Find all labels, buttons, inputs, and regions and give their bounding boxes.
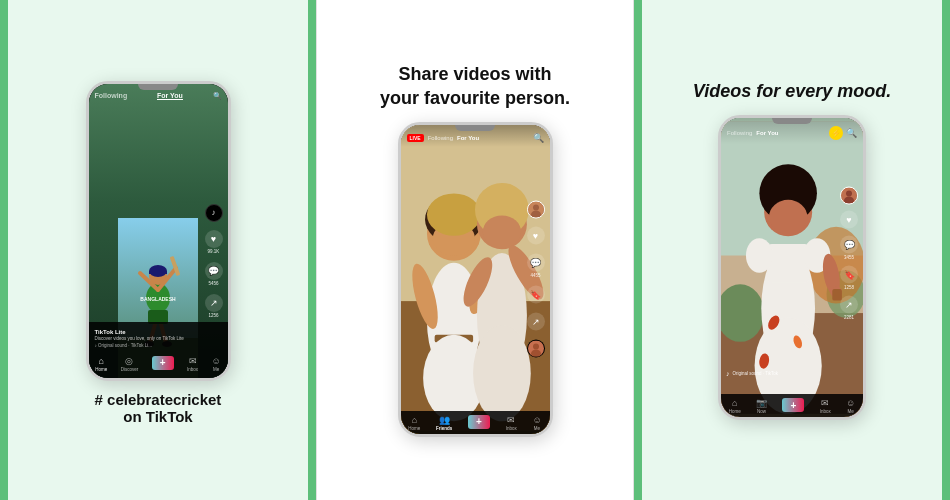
left-caption: # celebratecricketon TikTok xyxy=(95,391,222,425)
live-section: LIVE Following For You xyxy=(407,134,484,142)
following-tab-middle[interactable]: Following xyxy=(428,135,453,141)
tiktok-avatar-left: ♪ xyxy=(205,204,223,222)
middle-title: Share videos with your favourite person. xyxy=(380,63,570,110)
share-btn-middle[interactable]: ↗ xyxy=(527,313,545,332)
nav-plus-middle[interactable]: + xyxy=(468,415,490,431)
svg-point-38 xyxy=(533,344,539,350)
nav-inbox-middle[interactable]: ✉ Inbox xyxy=(506,415,517,431)
action-buttons-right: ♥ 💬 3455 🔖 1258 ↗ 228 xyxy=(840,186,858,319)
avatar-right-svg xyxy=(841,187,857,203)
nav-home-right[interactable]: ⌂ Home xyxy=(729,398,741,414)
mood-top-bar: Following For You ⚡ 🔍 xyxy=(721,118,863,144)
sound-bar-right: ♪ Original sound · TikTok xyxy=(726,370,838,377)
app-desc-left: Discover videos you love, only on TikTok… xyxy=(95,336,222,342)
cricket-background: Following For You 🔍 xyxy=(89,84,228,378)
nav-me-left[interactable]: ☺ Me xyxy=(212,356,221,372)
for-you-tab-right[interactable]: For You xyxy=(756,130,778,136)
search-icon-right[interactable]: 🔍 xyxy=(846,128,857,138)
cricket-top-bar: Following For You 🔍 xyxy=(89,84,228,104)
sound-text-right: Original sound · TikTok xyxy=(733,371,779,376)
like-button-left[interactable]: ♥ 99.1K xyxy=(205,230,223,254)
sound-left: ♪ Original sound · TikTok Li... xyxy=(95,343,222,349)
left-phone-screen: Following For You 🔍 xyxy=(89,84,228,378)
nav-discover-left[interactable]: ◎ Discover xyxy=(121,356,139,372)
garden-scene: Following For You ⚡ 🔍 xyxy=(721,118,863,417)
friends-nav-row: ⌂ Home 👥 Friends + ✉ xyxy=(401,415,550,431)
nav-friends-middle[interactable]: 👥 Friends xyxy=(436,415,452,431)
avatar-svg xyxy=(528,202,544,218)
following-tab-right[interactable]: Following xyxy=(727,130,752,136)
right-panel: Videos for every mood. xyxy=(634,0,950,500)
nav-inbox-left[interactable]: ✉ Inbox xyxy=(187,356,198,372)
svg-point-33 xyxy=(473,325,531,421)
bookmark-btn-middle[interactable]: 🔖 xyxy=(527,286,545,305)
middle-panel: Share videos with your favourite person. xyxy=(316,0,634,500)
nav-home-middle[interactable]: ⌂ Home xyxy=(408,415,420,431)
middle-title-line1: Share videos with xyxy=(398,64,551,84)
middle-title-line2: your favourite person. xyxy=(380,88,570,108)
search-icon-middle[interactable]: 🔍 xyxy=(533,133,544,143)
bookmark-btn-right[interactable]: 🔖 1258 xyxy=(840,265,858,289)
svg-point-35 xyxy=(533,205,539,211)
nav-inbox-right[interactable]: ✉ Inbox xyxy=(820,398,831,414)
avatar-middle xyxy=(527,201,545,219)
nav-plus-left[interactable]: + xyxy=(152,356,174,372)
right-panel-left-stripe xyxy=(634,0,642,500)
right-green-stripe xyxy=(942,0,950,500)
share-button-left[interactable]: ↗ 1256 xyxy=(205,294,223,318)
comment-btn-right[interactable]: 💬 3455 xyxy=(840,235,858,259)
comment-btn-middle[interactable]: 💬 4455 xyxy=(527,254,545,278)
share-btn-right[interactable]: ↗ 2281 xyxy=(840,295,858,319)
phone-bottom-left: TikTok Lite Discover videos you love, on… xyxy=(89,322,228,378)
right-phone-screen: Following For You ⚡ 🔍 xyxy=(721,118,863,417)
svg-rect-6 xyxy=(149,271,167,274)
like-btn-middle[interactable]: ♥ xyxy=(527,227,545,246)
action-buttons-left: ♪ ♥ 99.1K 💬 5456 ↗ 1256 xyxy=(205,204,223,318)
for-you-tab[interactable]: For You xyxy=(157,92,183,100)
live-badge: LIVE xyxy=(407,134,424,142)
bottom-info-left: TikTok Lite Discover videos you love, on… xyxy=(89,326,228,352)
left-panel: Following For You 🔍 xyxy=(0,0,316,500)
like-btn-right[interactable]: ♥ xyxy=(840,210,858,229)
following-tab[interactable]: Following xyxy=(95,92,128,99)
top-right-icons: ⚡ 🔍 xyxy=(829,126,857,140)
app-name-left: TikTok Lite xyxy=(95,328,222,336)
nav-home-left[interactable]: ⌂ Home xyxy=(95,356,107,372)
comment-button-left[interactable]: 💬 5456 xyxy=(205,262,223,286)
friends-bottom-nav: ⌂ Home 👥 Friends + ✉ xyxy=(401,411,550,434)
friends-top-bar: LIVE Following For You 🔍 xyxy=(401,125,550,147)
women-scene: LIVE Following For You 🔍 xyxy=(401,125,550,434)
svg-point-49 xyxy=(769,200,807,235)
mood-nav-row: ⌂ Home 📷 Now + ✉ xyxy=(721,398,863,414)
middle-phone-screen: LIVE Following For You 🔍 xyxy=(401,125,550,434)
nav-me-right[interactable]: ☺ Me xyxy=(846,398,855,414)
left-green-stripe xyxy=(0,0,8,500)
bottom-nav-left: ⌂ Home ◎ Discover + ✉ xyxy=(89,352,228,374)
nav-me-middle[interactable]: ☺ Me xyxy=(532,415,541,431)
avatar-right xyxy=(840,186,858,204)
lightning-icon: ⚡ xyxy=(829,126,843,140)
left-phone: Following For You 🔍 xyxy=(86,81,231,381)
left-panel-right-stripe xyxy=(308,0,316,500)
svg-text:BANGLADESH: BANGLADESH xyxy=(140,296,176,302)
nav-now-right[interactable]: 📷 Now xyxy=(756,398,767,414)
middle-phone: LIVE Following For You 🔍 xyxy=(398,122,553,437)
profile-svg xyxy=(528,341,544,357)
svg-point-61 xyxy=(846,190,852,196)
svg-point-22 xyxy=(426,193,480,235)
profile-pic-middle xyxy=(527,340,545,358)
music-note-icon: ♪ xyxy=(726,370,730,377)
action-buttons-middle: ♥ 💬 4455 🔖 ↗ xyxy=(527,201,545,358)
mood-bottom-nav: ⌂ Home 📷 Now + ✉ xyxy=(721,394,863,417)
search-icon[interactable]: 🔍 xyxy=(213,92,222,100)
right-phone: Following For You ⚡ 🔍 xyxy=(718,115,866,420)
nav-plus-right[interactable]: + xyxy=(782,398,804,414)
mood-tabs: Following For You xyxy=(727,130,778,136)
svg-point-51 xyxy=(746,238,773,273)
svg-rect-50 xyxy=(767,244,809,282)
svg-point-30 xyxy=(482,215,520,248)
for-you-tab-middle[interactable]: For You xyxy=(457,135,479,141)
right-title: Videos for every mood. xyxy=(693,80,891,103)
